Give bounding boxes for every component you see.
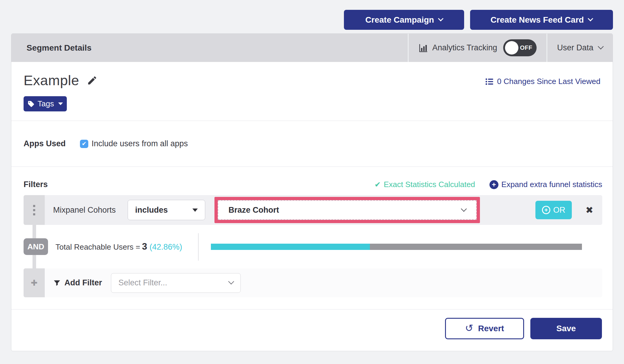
caret-down-icon <box>192 209 198 212</box>
funnel-icon <box>53 279 61 287</box>
highlight-outline: Braze Cohort <box>214 197 480 223</box>
create-campaign-button[interactable]: Create Campaign <box>344 10 464 30</box>
user-data-label: User Data <box>557 43 594 52</box>
analytics-tracking-toggle[interactable]: OFF <box>503 39 537 56</box>
filter-value: Braze Cohort <box>228 206 279 215</box>
progress-fill <box>211 244 370 250</box>
filter-operator-value: includes <box>135 206 168 215</box>
segment-details-panel: Segment Details Analytics Tracking OFF U… <box>11 33 613 351</box>
add-filter-row: ✚ Add Filter Select Filter... <box>24 268 602 297</box>
include-all-apps-checkbox[interactable]: ✔ <box>80 140 88 148</box>
save-label: Save <box>556 324 576 333</box>
toggle-knob <box>505 41 518 55</box>
filters-section: Filters ✔ Exact Statistics Calculated + … <box>11 167 613 309</box>
select-filter-dropdown[interactable]: Select Filter... <box>111 273 241 293</box>
grip-dot <box>33 209 35 211</box>
edit-pencil-icon[interactable] <box>87 75 98 86</box>
and-badge: AND <box>24 238 48 255</box>
changes-since-last-viewed-link[interactable]: 0 Changes Since Last Viewed <box>485 77 600 86</box>
revert-button[interactable]: ↺ Revert <box>445 318 524 339</box>
filter-value-select[interactable]: Braze Cohort <box>218 200 477 220</box>
grip-dot <box>33 205 35 207</box>
add-filter-label: Add Filter <box>64 278 102 287</box>
panel-header: Segment Details Analytics Tracking OFF U… <box>11 34 613 62</box>
exact-statistics-status: ✔ Exact Statistics Calculated <box>375 180 475 189</box>
user-data-dropdown[interactable]: User Data <box>546 34 613 62</box>
add-or-condition-button[interactable]: + OR <box>535 201 572 219</box>
caret-down-icon <box>58 102 63 105</box>
toggle-state-label: OFF <box>520 44 532 51</box>
exact-statistics-label: Exact Statistics Calculated <box>384 180 475 189</box>
or-button-label: OR <box>553 206 566 215</box>
tags-button[interactable]: Tags <box>24 96 67 111</box>
changes-link-label: 0 Changes Since Last Viewed <box>497 77 600 86</box>
apps-used-section: Apps Used ✔ Include users from all apps <box>11 121 613 167</box>
vertical-divider <box>198 233 199 261</box>
analytics-tracking-label: Analytics Tracking <box>432 43 497 52</box>
chevron-down-icon <box>228 279 234 284</box>
panel-title: Segment Details <box>11 34 408 62</box>
segment-title-section: Example 0 Changes Since Last Viewed Tags <box>11 62 613 121</box>
save-button[interactable]: Save <box>530 318 602 339</box>
total-reachable-users: Total Reachable Users = 3 (42.86%) <box>55 241 182 252</box>
undo-icon: ↺ <box>465 322 473 334</box>
bar-chart-icon <box>418 43 428 53</box>
include-all-apps-label: Include users from all apps <box>92 139 188 148</box>
chevron-down-icon <box>461 206 467 212</box>
create-news-feed-card-button[interactable]: Create News Feed Card <box>470 10 613 30</box>
reachable-label: Total Reachable Users = <box>55 242 140 252</box>
actions-section: ↺ Revert Save <box>11 309 613 351</box>
list-icon <box>485 77 494 86</box>
reachable-percent: (42.86%) <box>149 242 182 252</box>
tags-label: Tags <box>38 99 54 108</box>
expand-funnel-statistics-label: Expand extra funnel statistics <box>501 180 602 189</box>
drag-handle[interactable] <box>24 195 45 225</box>
filter-field-label: Mixpanel Cohorts <box>53 206 120 215</box>
reachable-count: 3 <box>142 241 147 252</box>
expand-funnel-statistics-link[interactable]: + Expand extra funnel statistics <box>489 180 602 189</box>
filters-heading: Filters <box>24 180 375 189</box>
create-campaign-label: Create Campaign <box>365 15 434 25</box>
analytics-tracking-section: Analytics Tracking OFF <box>408 34 546 62</box>
plus-circle-icon: + <box>542 206 550 214</box>
add-filter-strip[interactable]: ✚ <box>24 268 45 297</box>
chevron-down-icon <box>438 16 443 21</box>
check-icon: ✔ <box>375 180 381 189</box>
create-news-feed-label: Create News Feed Card <box>491 15 584 25</box>
tag-icon <box>27 100 35 108</box>
plus-icon: ✚ <box>31 278 38 288</box>
revert-label: Revert <box>478 324 504 333</box>
apps-used-label: Apps Used <box>24 139 66 148</box>
filter-operator-select[interactable]: includes <box>128 200 205 220</box>
statistics-row: AND Total Reachable Users = 3 (42.86%) <box>24 225 602 268</box>
remove-filter-icon[interactable]: ✖ <box>586 205 593 216</box>
plus-circle-icon: + <box>489 180 498 189</box>
top-action-bar: Create Campaign Create News Feed Card <box>0 0 624 33</box>
select-filter-placeholder: Select Filter... <box>118 278 167 287</box>
reachable-users-progress-bar <box>211 244 582 250</box>
chevron-down-icon <box>588 16 593 21</box>
grip-dot <box>33 213 35 215</box>
segment-name: Example <box>24 72 79 88</box>
chevron-down-icon <box>598 43 604 49</box>
filter-row: Mixpanel Cohorts includes Braze Cohort +… <box>24 195 602 225</box>
